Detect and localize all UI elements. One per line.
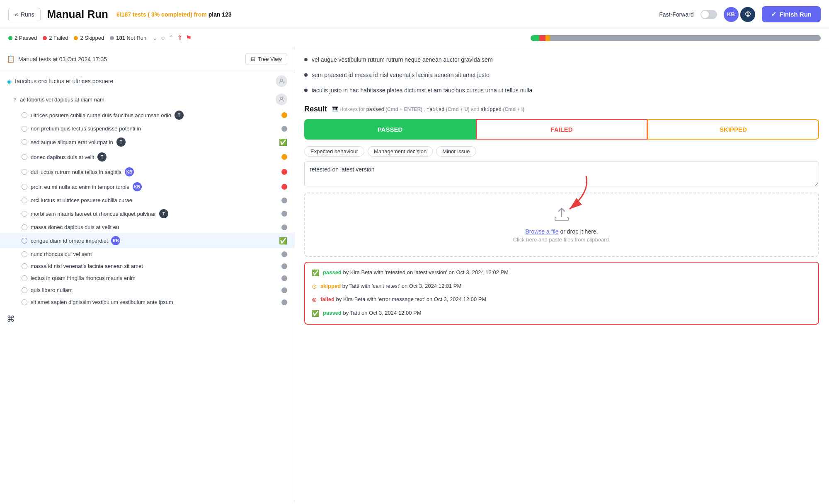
test-label: sed augue aliquam erat volutpat in <box>31 139 113 145</box>
bullet-list: vel augue vestibulum rutrum rutrum neque… <box>304 55 819 95</box>
test-label: ultrices posuere cubilia curae duis fauc… <box>31 112 171 118</box>
history-item-2: ⊙ skipped by Tatti with 'can't retest' o… <box>312 282 812 292</box>
bullet-dot <box>304 89 308 92</box>
filter-down-icon[interactable]: ⌄ <box>152 34 158 42</box>
history-text: passed by Kira Beta with 'retested on la… <box>323 268 509 277</box>
finish-run-button[interactable]: ✓ Finish Run <box>762 6 821 22</box>
skipped-count: 2 Skipped <box>80 35 104 41</box>
test-item[interactable]: lectus in quam fringilla rhoncus mauris … <box>0 272 294 284</box>
test-circle-icon <box>22 287 27 293</box>
tags-row: Expected behaviour Management decision M… <box>304 146 819 157</box>
test-label: massa donec dapibus duis at velit eu <box>31 224 119 230</box>
badge-t: T <box>175 111 184 120</box>
result-header: Result 🎹 Hotkeys for passed (Cmd + ENTER… <box>304 105 819 113</box>
upload-text: Browse a file or drop it here. <box>318 228 805 235</box>
left-panel-header: 📋 Manual tests at 03 Oct 2024 17:35 ⊞ Tr… <box>0 47 294 71</box>
finish-btn-label: Finish Run <box>780 11 812 18</box>
test-item[interactable]: dui luctus rutrum nulla tellus in sagitt… <box>0 164 294 179</box>
hotkey-hint: 🎹 Hotkeys for passed (Cmd + ENTER) , fai… <box>332 106 524 112</box>
test-label: dui luctus rutrum nulla tellus in sagitt… <box>31 169 121 175</box>
filter-flag-icon[interactable]: ⚑ <box>186 34 191 42</box>
test-circle-icon <box>22 238 27 244</box>
svg-point-1 <box>280 97 282 99</box>
tag-management[interactable]: Management decision <box>368 146 433 157</box>
skipped-button[interactable]: SKIPPED <box>647 119 819 140</box>
test-item[interactable]: proin eu mi nulla ac enim in tempor turp… <box>0 179 294 194</box>
passed-button[interactable]: PASSED <box>304 119 476 140</box>
cmd-icon: ⌘ <box>7 314 15 323</box>
failed-dot <box>43 36 47 40</box>
test-label: orci luctus et ultrices posuere cubilia … <box>31 197 132 203</box>
status-label-failed: failed <box>320 296 335 302</box>
tag-minor[interactable]: Minor issue <box>436 146 476 157</box>
question-mark: ? <box>13 96 17 103</box>
tree-view-button[interactable]: ⊞ Tree View <box>245 53 287 65</box>
filter-circle-icon[interactable]: ○ <box>161 34 165 42</box>
test-item[interactable]: non pretium quis lectus suspendisse pote… <box>0 123 294 135</box>
result-buttons: PASSED FAILED SKIPPED <box>304 119 819 140</box>
progress-bar <box>531 35 821 41</box>
history-text: failed by Kira Beta with 'error message … <box>320 295 486 304</box>
svg-point-0 <box>280 79 282 81</box>
history-skipped-icon: ⊙ <box>312 282 317 292</box>
history-text: skipped by Tatti with 'can't retest' on … <box>320 282 461 290</box>
badge-kb: KB <box>133 182 142 191</box>
progress-skipped <box>545 35 550 41</box>
run-meta: 6/187 tests ( 3% completed) from plan 12… <box>116 11 232 18</box>
chevron-left-icon: « <box>15 11 18 18</box>
sub-section-text: ac lobortis vel dapibus at diam nam <box>20 96 104 103</box>
section-title-row: ◈ faucibus orci luctus et ultrices posue… <box>7 77 113 85</box>
fast-forward-toggle[interactable] <box>701 10 717 19</box>
status-indicator <box>281 275 287 281</box>
test-item[interactable]: sit amet sapien dignissim vestibulum ves… <box>0 296 294 308</box>
bullet-dot <box>304 73 308 77</box>
not-run-count: 181 Not Run <box>116 35 146 41</box>
filter-icons: ⌄ ○ ⌃ ⇑ ⚑ <box>152 34 191 42</box>
result-label: Result <box>304 105 327 113</box>
badge-t: T <box>97 152 107 162</box>
list-item: iaculis justo in hac habitasse platea di… <box>304 86 819 95</box>
test-circle-icon <box>22 275 27 281</box>
filter-up-icon[interactable]: ⌃ <box>168 34 174 42</box>
bullet-dot <box>304 58 308 61</box>
stat-skipped: 2 Skipped <box>74 35 104 41</box>
filter-double-up-icon[interactable]: ⇑ <box>177 34 182 42</box>
bullet-text: iaculis justo in hac habitasse platea di… <box>312 86 532 95</box>
section-title-text: faucibus orci luctus et ultrices posuere <box>15 78 113 84</box>
list-item: sem praesent id massa id nisl venenatis … <box>304 71 819 80</box>
status-check-icon: ✅ <box>279 237 287 245</box>
history-item-4: ✅ passed by Tatti on Oct 3, 2024 12:00 P… <box>312 309 812 318</box>
back-button[interactable]: « Runs <box>8 8 41 21</box>
failed-button[interactable]: FAILED <box>476 119 647 140</box>
test-item[interactable]: sed augue aliquam erat volutpat in T ✅ <box>0 135 294 150</box>
stat-passed: 2 Passed <box>8 35 37 41</box>
test-item-active[interactable]: congue diam id ornare imperdiet KB ✅ <box>0 233 294 248</box>
test-item[interactable]: donec dapibus duis at velit T <box>0 150 294 164</box>
test-label: non pretium quis lectus suspendisse pote… <box>31 125 141 132</box>
test-item[interactable]: ultrices posuere cubilia curae duis fauc… <box>0 108 294 123</box>
history-detail: by Kira Beta with 'error message text' o… <box>336 296 487 302</box>
page-title: Manual Run <box>47 8 108 21</box>
status-indicator <box>281 112 287 118</box>
tag-expected[interactable]: Expected behaviour <box>304 146 364 157</box>
progress-area: 2 Passed 2 Failed 2 Skipped 181 Not Run … <box>0 29 829 47</box>
progress-not-run <box>550 35 821 41</box>
test-item[interactable]: massa donec dapibus duis at velit eu <box>0 221 294 233</box>
annotation-arrow <box>553 172 603 213</box>
test-item[interactable]: orci luctus et ultrices posuere cubilia … <box>0 194 294 206</box>
list-item: vel augue vestibulum rutrum rutrum neque… <box>304 55 819 64</box>
result-section: Result 🎹 Hotkeys for passed (Cmd + ENTER… <box>304 105 819 325</box>
stat-not-run: 181 Not Run <box>110 35 146 41</box>
browse-link[interactable]: Browse a file <box>525 228 558 235</box>
test-item[interactable]: quis libero nullam <box>0 284 294 296</box>
test-item[interactable]: nunc rhoncus dui vel sem <box>0 248 294 260</box>
test-item[interactable]: massa id nisl venenatis lacinia aenean s… <box>0 260 294 272</box>
test-item[interactable]: morbi sem mauris laoreet ut rhoncus aliq… <box>0 206 294 221</box>
clipboard-icon: 📋 <box>7 55 15 63</box>
diamond-icon: ◈ <box>7 77 12 85</box>
test-label: sit amet sapien dignissim vestibulum ves… <box>31 299 173 305</box>
test-circle-icon <box>22 251 27 257</box>
test-circle-icon <box>22 224 27 230</box>
history-detail: by Tatti on Oct 3, 2024 12:00 PM <box>343 310 421 316</box>
status-indicator <box>281 154 287 160</box>
